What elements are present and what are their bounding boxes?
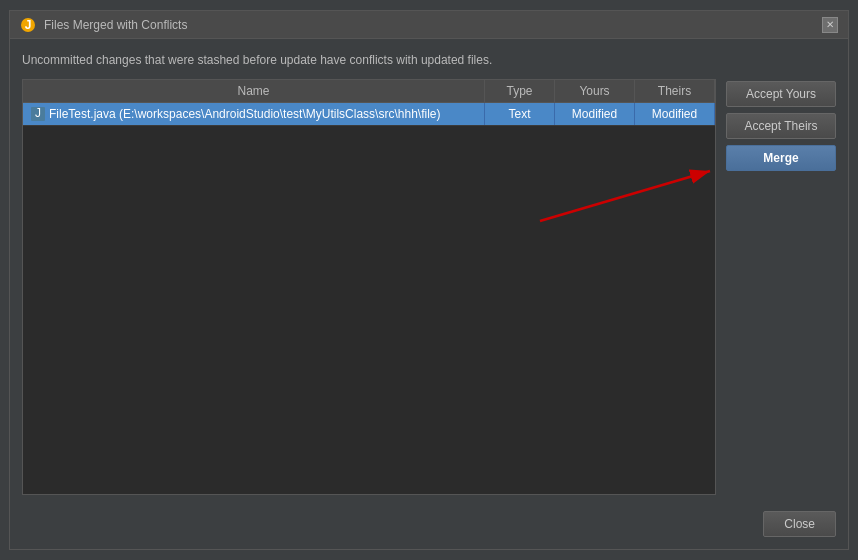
cell-theirs: Modified xyxy=(635,103,715,125)
action-buttons: Accept Yours Accept Theirs Merge xyxy=(726,79,836,495)
close-button[interactable]: Close xyxy=(763,511,836,537)
dialog-files-merged: J Files Merged with Conflicts ✕ Uncommit… xyxy=(9,10,849,550)
table-header: Name Type Yours Theirs xyxy=(23,80,715,103)
header-type: Type xyxy=(485,80,555,102)
accept-yours-button[interactable]: Accept Yours xyxy=(726,81,836,107)
dialog-title: Files Merged with Conflicts xyxy=(44,18,187,32)
svg-text:J: J xyxy=(35,107,41,120)
svg-text:J: J xyxy=(25,18,32,32)
content-area: Name Type Yours Theirs J FileTest.java (… xyxy=(22,79,836,495)
title-bar: J Files Merged with Conflicts ✕ xyxy=(10,11,848,39)
java-file-icon: J xyxy=(31,107,45,121)
accept-theirs-button[interactable]: Accept Theirs xyxy=(726,113,836,139)
app-icon: J xyxy=(20,17,36,33)
window-close-button[interactable]: ✕ xyxy=(822,17,838,33)
header-theirs: Theirs xyxy=(635,80,715,102)
merge-button[interactable]: Merge xyxy=(726,145,836,171)
title-bar-left: J Files Merged with Conflicts xyxy=(20,17,187,33)
conflict-message: Uncommitted changes that were stashed be… xyxy=(22,51,836,69)
table-body: J FileTest.java (E:\workspaces\AndroidSt… xyxy=(23,103,715,494)
dialog-body: Uncommitted changes that were stashed be… xyxy=(10,39,848,549)
header-yours: Yours xyxy=(555,80,635,102)
cell-type: Text xyxy=(485,103,555,125)
cell-yours: Modified xyxy=(555,103,635,125)
bottom-section: Close xyxy=(22,505,836,537)
conflicts-table: Name Type Yours Theirs J FileTest.java (… xyxy=(22,79,716,495)
cell-name: J FileTest.java (E:\workspaces\AndroidSt… xyxy=(23,103,485,125)
table-row[interactable]: J FileTest.java (E:\workspaces\AndroidSt… xyxy=(23,103,715,126)
header-name: Name xyxy=(23,80,485,102)
